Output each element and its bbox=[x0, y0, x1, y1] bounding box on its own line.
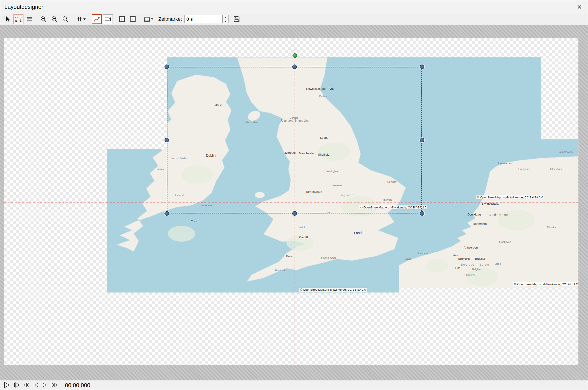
zoom-out-icon bbox=[51, 16, 58, 23]
skip-to-end-button[interactable] bbox=[42, 382, 48, 389]
zoom-reset-button[interactable] bbox=[60, 14, 70, 24]
map-label: Nederland bbox=[489, 213, 508, 217]
map-label: Belgique — België bbox=[461, 263, 489, 266]
motion-path-icon bbox=[94, 16, 100, 23]
rotate-handle[interactable] bbox=[293, 53, 297, 58]
handle-mid-right[interactable] bbox=[420, 138, 424, 142]
fast-forward-icon bbox=[51, 382, 58, 389]
grid-tool-button[interactable] bbox=[75, 14, 88, 24]
list-icon bbox=[144, 16, 150, 22]
handle-top-center[interactable] bbox=[292, 64, 297, 69]
chevron-down-icon[interactable] bbox=[83, 18, 86, 20]
map-label: Belgien bbox=[472, 268, 481, 271]
play-from-timemark-button[interactable] bbox=[13, 382, 20, 389]
skip-to-start-button[interactable] bbox=[33, 382, 39, 389]
save-icon bbox=[233, 16, 240, 23]
node-select-icon bbox=[15, 16, 22, 23]
zeitmarke-input[interactable] bbox=[184, 15, 223, 23]
map-attribution: © OpenStreetMap.org-Mitwirkende, CC BY-S… bbox=[513, 282, 579, 286]
zoom-in-button[interactable] bbox=[39, 14, 49, 24]
skip-to-start-icon bbox=[33, 382, 39, 389]
play-from-timemark-icon bbox=[13, 382, 20, 389]
map-label: Rotterdam bbox=[473, 222, 487, 226]
map-label: Bristol bbox=[298, 226, 305, 229]
handle-bottom-center[interactable] bbox=[292, 211, 297, 216]
map-attribution: © OpenStreetMap.org-Mitwirkende, CC BY-S… bbox=[299, 288, 367, 292]
chevron-down-icon[interactable] bbox=[151, 18, 153, 20]
zeitmarke-spinner[interactable]: ▲ ▼ bbox=[223, 15, 229, 23]
handle-bottom-right[interactable] bbox=[420, 211, 424, 216]
layers-tool-button[interactable] bbox=[24, 14, 34, 24]
layout-canvas[interactable]: United KingdomEnglandublic of IrelandNed… bbox=[4, 38, 579, 365]
map-label: Leeuwarden bbox=[498, 162, 512, 165]
motion-path-tool-button[interactable] bbox=[92, 14, 102, 24]
handle-bottom-left[interactable] bbox=[164, 211, 169, 216]
map-label: Den Haag bbox=[467, 213, 481, 216]
map-label: Lille bbox=[455, 266, 460, 270]
minus-icon bbox=[129, 16, 136, 23]
layers-icon bbox=[26, 16, 33, 23]
map-label: Münster bbox=[547, 226, 556, 229]
handle-top-left[interactable] bbox=[164, 64, 169, 69]
cursor-icon bbox=[4, 16, 11, 23]
map-label: Cardiff bbox=[299, 236, 308, 239]
map-label: Cork bbox=[191, 220, 197, 223]
rewind-icon bbox=[23, 382, 30, 389]
select-tool-button[interactable] bbox=[2, 14, 12, 24]
fast-forward-button[interactable] bbox=[51, 382, 58, 389]
node-select-tool-button[interactable] bbox=[13, 14, 23, 24]
close-icon[interactable]: × bbox=[575, 4, 584, 10]
selection-rect[interactable] bbox=[167, 67, 422, 213]
zoom-reset-icon bbox=[62, 16, 69, 23]
zoom-out-button[interactable] bbox=[49, 14, 59, 24]
map-attribution: © OpenStreetMap.org-Mitwirkende, CC BY-S… bbox=[476, 195, 544, 199]
map-label: Galway bbox=[156, 168, 164, 170]
properties-list-button[interactable] bbox=[142, 14, 155, 24]
handle-top-right[interactable] bbox=[420, 64, 424, 69]
toolbar: Zeitmarke: ▲ ▼ bbox=[0, 14, 588, 25]
grid-icon bbox=[77, 16, 83, 22]
spinner-up-icon[interactable]: ▲ bbox=[223, 15, 228, 19]
time-display: 00:00.000 bbox=[65, 382, 90, 389]
map-label: Bruxelles — Brussel bbox=[458, 257, 485, 260]
zoom-in-icon bbox=[40, 16, 47, 23]
map-label: Liège bbox=[495, 262, 501, 265]
map-label: Plymouth bbox=[275, 269, 286, 272]
window-titlebar: Layoutdesigner × bbox=[0, 0, 588, 14]
map-label: Exeter bbox=[286, 255, 294, 258]
zeitmarke-label: Zeitmarke: bbox=[158, 16, 182, 22]
handle-mid-left[interactable] bbox=[164, 138, 169, 142]
add-button[interactable] bbox=[117, 14, 127, 24]
play-icon bbox=[3, 382, 10, 389]
rewind-button[interactable] bbox=[23, 382, 30, 389]
map-label: Groningen bbox=[518, 168, 530, 170]
skip-to-end-icon bbox=[42, 382, 48, 389]
window-title: Layoutdesigner bbox=[4, 4, 43, 10]
map-label: Bremerhaven bbox=[558, 150, 573, 153]
camera-view-tool-button[interactable] bbox=[103, 14, 113, 24]
map-label: Dunkerque bbox=[417, 252, 429, 254]
map-label: Eindhoven bbox=[499, 241, 511, 243]
play-button[interactable] bbox=[3, 382, 10, 389]
map-label: Gent bbox=[453, 254, 459, 257]
work-area: United KingdomEnglandublic of IrelandNed… bbox=[0, 25, 588, 380]
remove-button[interactable] bbox=[128, 14, 138, 24]
spinner-down-icon[interactable]: ▼ bbox=[223, 19, 228, 23]
save-button[interactable] bbox=[232, 14, 242, 24]
camera-icon bbox=[104, 16, 111, 23]
transport-bar: 00:00.000 bbox=[0, 380, 588, 390]
layoutdesigner-window: Layoutdesigner × bbox=[0, 0, 588, 390]
map-label: London bbox=[354, 231, 365, 235]
map-label: Amsterdam bbox=[481, 202, 499, 206]
map-label: Southampton bbox=[321, 256, 336, 259]
map-label: Oldenburg bbox=[550, 168, 562, 170]
map-label: Antwerpen bbox=[464, 246, 478, 249]
map-label: Charleroi bbox=[465, 274, 475, 276]
map-label: Calais bbox=[405, 257, 412, 260]
plus-icon bbox=[118, 16, 125, 23]
